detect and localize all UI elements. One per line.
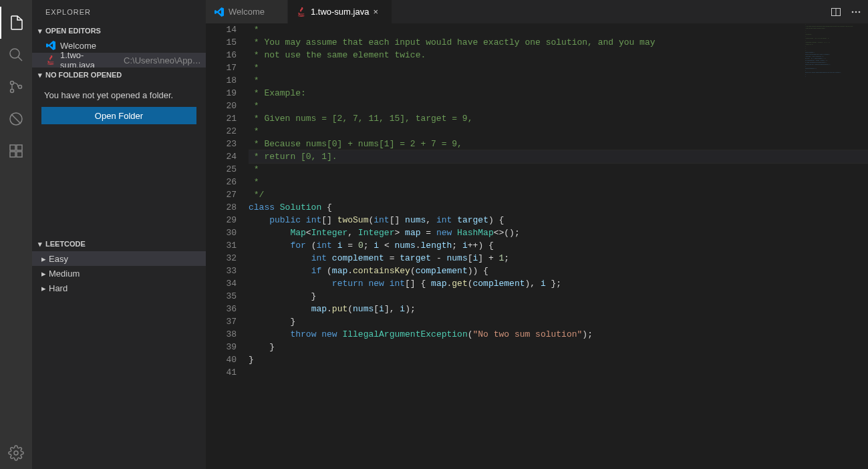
code-line[interactable]: *	[249, 74, 868, 87]
code-line[interactable]: }	[249, 290, 868, 303]
section-no-folder-label: NO FOLDER OPENED	[45, 71, 122, 79]
svg-point-15	[855, 11, 857, 13]
svg-point-2	[11, 82, 14, 85]
vertical-scrollbar[interactable]	[859, 23, 868, 469]
activity-search-icon[interactable]	[0, 39, 32, 71]
code-line[interactable]: }	[249, 341, 868, 353]
tree-item-label: Medium	[49, 269, 80, 279]
activity-explorer-icon[interactable]	[0, 7, 32, 39]
section-open-editors[interactable]: ▾ OPEN EDITORS	[32, 23, 206, 38]
section-leetcode-label: LEETCODE	[45, 240, 86, 248]
code-line[interactable]: class Solution {	[249, 201, 868, 214]
tab-bar: Welcome×1.two-sum.java×	[206, 0, 868, 23]
code-line[interactable]: return new int[] { map.get(complement), …	[249, 277, 868, 290]
line-number: 17	[206, 61, 237, 74]
code-line[interactable]	[249, 366, 868, 379]
code-line[interactable]: * not use the same element twice.	[249, 49, 868, 61]
line-number: 37	[206, 315, 237, 328]
line-number: 20	[206, 100, 237, 112]
tab-label: 1.two-sum.java	[311, 7, 369, 17]
sidebar: EXPLORER ▾ OPEN EDITORS Welcome1.two-sum…	[32, 0, 206, 469]
tree-item-label: Easy	[49, 254, 68, 264]
close-icon[interactable]: ×	[373, 7, 384, 17]
line-number: 18	[206, 74, 237, 87]
open-editor-item[interactable]: 1.two-sum.javaC:\Users\neo\AppDa..	[32, 53, 206, 67]
open-folder-button[interactable]: Open Folder	[41, 107, 196, 124]
svg-rect-10	[17, 145, 22, 150]
code-line[interactable]: for (int i = 0; i < nums.length; i++) {	[249, 239, 868, 252]
chevron-right-icon: ▸	[41, 254, 46, 264]
line-number: 15	[206, 36, 237, 49]
svg-point-4	[19, 86, 22, 89]
open-editor-label: Welcome	[60, 41, 96, 51]
activity-scm-icon[interactable]	[0, 71, 32, 103]
code-line[interactable]: *	[249, 23, 868, 36]
line-number: 30	[206, 226, 237, 239]
line-number: 19	[206, 87, 237, 100]
code-line[interactable]: *	[249, 176, 868, 188]
section-no-folder[interactable]: ▾ NO FOLDER OPENED	[32, 67, 206, 82]
code-line[interactable]: *	[249, 100, 868, 112]
line-number: 25	[206, 163, 237, 176]
no-folder-message: You have not yet opened a folder.	[32, 82, 206, 107]
code-line[interactable]: *	[249, 163, 868, 176]
leetcode-tree-item[interactable]: ▸Easy	[32, 251, 206, 266]
line-number: 29	[206, 214, 237, 226]
activity-debug-icon[interactable]	[0, 103, 32, 135]
section-open-editors-label: OPEN EDITORS	[45, 27, 101, 35]
vscode-icon	[214, 7, 225, 17]
code-line[interactable]: }	[249, 353, 868, 366]
code-line[interactable]: *	[249, 125, 868, 138]
code-line[interactable]: * Because nums[0] + nums[1] = 2 + 7 = 9,	[249, 138, 868, 150]
code-line[interactable]: */	[249, 188, 868, 201]
chevron-right-icon: ▸	[41, 269, 46, 279]
open-editor-item[interactable]: Welcome	[32, 38, 206, 53]
svg-point-14	[852, 11, 854, 13]
chevron-down-icon: ▾	[35, 27, 45, 35]
code-line[interactable]: throw new IllegalArgumentException("No t…	[249, 328, 868, 341]
code-line[interactable]: * Example:	[249, 87, 868, 100]
line-number: 40	[206, 353, 237, 366]
code-line[interactable]: int complement = target - nums[i] + 1;	[249, 252, 868, 265]
activity-settings-icon[interactable]	[0, 437, 32, 469]
svg-point-11	[14, 451, 18, 455]
section-leetcode[interactable]: ▾ LEETCODE	[32, 237, 206, 251]
line-number: 16	[206, 49, 237, 61]
svg-line-1	[18, 57, 22, 61]
line-number: 24	[206, 150, 237, 163]
svg-rect-7	[10, 145, 15, 150]
activity-bar	[0, 0, 32, 469]
more-actions-icon[interactable]	[851, 7, 861, 17]
code-line[interactable]: public int[] twoSum(int[] nums, int targ…	[249, 214, 868, 226]
split-editor-icon[interactable]	[831, 7, 841, 17]
code-content[interactable]: * * You may assume that each input would…	[249, 23, 868, 469]
line-number: 39	[206, 341, 237, 353]
code-line[interactable]: * Given nums = [2, 7, 11, 15], target = …	[249, 112, 868, 125]
line-number: 28	[206, 201, 237, 214]
code-line[interactable]: if (map.containsKey(complement)) {	[249, 265, 868, 277]
line-number: 22	[206, 125, 237, 138]
tree-item-label: Hard	[49, 283, 67, 293]
chevron-down-icon: ▾	[35, 240, 45, 249]
code-editor[interactable]: 1415161718192021222324252627282930313233…	[206, 23, 868, 469]
code-line[interactable]: * return [0, 1].	[249, 150, 868, 163]
line-number: 27	[206, 188, 237, 201]
line-number: 35	[206, 290, 237, 303]
code-line[interactable]: *	[249, 61, 868, 74]
code-line[interactable]: * You may assume that each input would h…	[249, 36, 868, 49]
vscode-icon	[45, 40, 56, 51]
editor-tab[interactable]: 1.two-sum.java×	[288, 0, 392, 23]
code-line[interactable]: Map<Integer, Integer> map = new HashMap<…	[249, 226, 868, 239]
sidebar-title: EXPLORER	[32, 0, 206, 23]
leetcode-tree-item[interactable]: ▸Medium	[32, 266, 206, 281]
code-line[interactable]: }	[249, 315, 868, 328]
leetcode-tree-item[interactable]: ▸Hard	[32, 281, 206, 295]
line-number: 36	[206, 303, 237, 315]
line-number: 32	[206, 252, 237, 265]
line-number: 34	[206, 277, 237, 290]
code-line[interactable]: map.put(nums[i], i);	[249, 303, 868, 315]
svg-point-0	[10, 49, 19, 58]
line-number: 26	[206, 176, 237, 188]
activity-extensions-icon[interactable]	[0, 135, 32, 167]
editor-tab[interactable]: Welcome×	[206, 0, 288, 23]
